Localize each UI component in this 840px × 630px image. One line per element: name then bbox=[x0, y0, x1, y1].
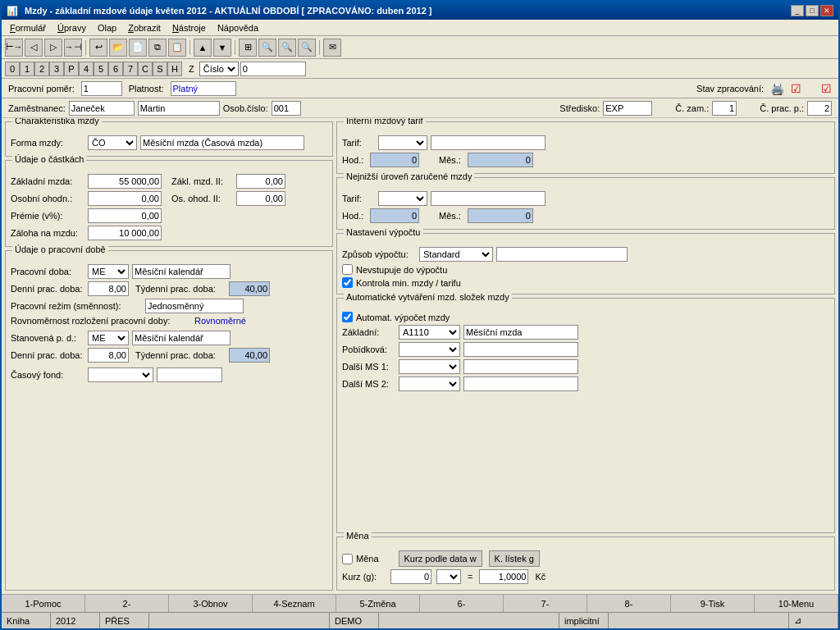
dalsi-ms1-text[interactable] bbox=[463, 359, 578, 374]
dalsi-ms2-text[interactable] bbox=[463, 377, 578, 391]
tarif-text-input[interactable] bbox=[431, 135, 546, 150]
menu-upravy[interactable]: Úpravy bbox=[52, 22, 91, 34]
f1-pomoc[interactable]: 1-Pomoc bbox=[2, 595, 85, 612]
toolbar-email[interactable]: ✉ bbox=[323, 39, 341, 57]
nevstupuje-checkbox[interactable] bbox=[342, 264, 353, 275]
f6[interactable]: 6- bbox=[420, 595, 504, 612]
kurz-result-input[interactable] bbox=[479, 569, 528, 584]
osobni-ohod-input[interactable] bbox=[88, 191, 162, 206]
stanovena-text[interactable] bbox=[132, 331, 231, 345]
pracovni-doba-select[interactable]: ME bbox=[88, 264, 129, 279]
zpusob-select[interactable]: Standard bbox=[419, 247, 493, 262]
kurz-data-btn[interactable]: Kurz podle data w bbox=[399, 550, 482, 567]
mena-checkbox[interactable] bbox=[342, 554, 353, 564]
nav-btn-1[interactable]: 1 bbox=[20, 62, 34, 76]
tydenni-prac2-input[interactable] bbox=[229, 348, 270, 363]
f5-zmena[interactable]: 5-Změna bbox=[336, 595, 420, 612]
nejnizsi-hod-input[interactable] bbox=[370, 208, 419, 223]
tarif-select[interactable] bbox=[378, 135, 427, 150]
jmeno-input[interactable] bbox=[138, 101, 220, 116]
toolbar-btn-1[interactable]: ⊢→ bbox=[5, 39, 23, 57]
toolbar-btn-3[interactable]: ▷ bbox=[44, 39, 62, 57]
pracovni-doba-text[interactable] bbox=[132, 264, 231, 279]
zakladni-ms-text[interactable] bbox=[463, 325, 578, 340]
tydenni-prac-input[interactable] bbox=[229, 281, 270, 296]
dalsi-ms1-select[interactable] bbox=[399, 359, 460, 374]
nejnizsi-tarif-text[interactable] bbox=[431, 191, 546, 206]
nav-btn-6[interactable]: 6 bbox=[108, 62, 123, 76]
denni-prac2-input[interactable] bbox=[88, 348, 129, 363]
toolbar-search1[interactable]: 🔍 bbox=[258, 39, 276, 57]
menu-zobrazit[interactable]: Zobrazit bbox=[123, 22, 166, 34]
maximize-button[interactable]: □ bbox=[806, 5, 819, 16]
nav-btn-0[interactable]: 0 bbox=[5, 62, 20, 76]
nav-btn-h[interactable]: H bbox=[167, 62, 182, 76]
tarif-hod-input[interactable] bbox=[370, 153, 419, 167]
f8[interactable]: 8- bbox=[587, 595, 671, 612]
platnost-input[interactable] bbox=[171, 81, 236, 96]
c-zam-input[interactable] bbox=[712, 101, 737, 116]
f10-menu[interactable]: 10-Menu bbox=[755, 595, 838, 612]
casovy-fond-input[interactable] bbox=[157, 368, 222, 382]
zaloha-input[interactable] bbox=[88, 226, 162, 240]
nav-btn-c[interactable]: C bbox=[138, 62, 153, 76]
close-button[interactable]: ✕ bbox=[820, 5, 833, 16]
forma-mzdy-text[interactable] bbox=[140, 135, 304, 150]
c-prac-p-input[interactable] bbox=[807, 101, 832, 116]
automat-checkbox[interactable] bbox=[342, 312, 353, 322]
nav-btn-7[interactable]: 7 bbox=[123, 62, 138, 76]
pracovni-rezim-input[interactable] bbox=[145, 299, 244, 313]
nav-btn-s[interactable]: S bbox=[153, 62, 167, 76]
k-listek-btn[interactable]: K. lístek g bbox=[489, 550, 540, 567]
toolbar-new[interactable]: 📄 bbox=[129, 39, 147, 57]
toolbar-btn-4[interactable]: →⊣ bbox=[64, 39, 82, 57]
zakladni-mzda-input[interactable] bbox=[88, 174, 162, 189]
toolbar-btn-2[interactable]: ◁ bbox=[25, 39, 43, 57]
premie-input[interactable] bbox=[88, 208, 162, 223]
zakladni-ms-select[interactable]: A1110 bbox=[399, 325, 460, 340]
nav-btn-3[interactable]: 3 bbox=[49, 62, 64, 76]
os-ohod-II-input[interactable] bbox=[236, 191, 285, 206]
toolbar-filter[interactable]: ⊞ bbox=[239, 39, 257, 57]
minimize-button[interactable]: _ bbox=[791, 5, 804, 16]
nav-number-input[interactable]: 0 bbox=[240, 62, 306, 76]
stredisko-input[interactable] bbox=[603, 101, 652, 116]
toolbar-search3[interactable]: 🔍 bbox=[298, 39, 316, 57]
pobidkova-ms-text[interactable] bbox=[463, 342, 578, 357]
casovy-fond-select[interactable] bbox=[88, 368, 153, 382]
pobidkova-ms-select[interactable] bbox=[399, 342, 460, 357]
nav-btn-p[interactable]: P bbox=[64, 62, 79, 76]
forma-mzdy-select[interactable]: ČO bbox=[88, 135, 137, 150]
denni-prac-input[interactable] bbox=[88, 281, 129, 296]
toolbar-search2[interactable]: 🔍 bbox=[278, 39, 296, 57]
toolbar-undo[interactable]: ↩ bbox=[89, 39, 107, 57]
zakl-mzd-II-input[interactable] bbox=[236, 174, 285, 189]
f2[interactable]: 2- bbox=[85, 595, 169, 612]
dalsi-ms2-select[interactable] bbox=[399, 377, 460, 391]
kontrola-checkbox[interactable] bbox=[342, 277, 353, 288]
nav-btn-5[interactable]: 5 bbox=[94, 62, 108, 76]
toolbar-up[interactable]: ▲ bbox=[194, 39, 212, 57]
nejnizsi-tarif-select[interactable] bbox=[378, 191, 427, 206]
kurz-select[interactable] bbox=[436, 569, 461, 584]
menu-nastroje[interactable]: Nástroje bbox=[167, 22, 211, 34]
f9-tisk[interactable]: 9-Tisk bbox=[671, 595, 755, 612]
nav-btn-4[interactable]: 4 bbox=[79, 62, 94, 76]
toolbar-open[interactable]: 📂 bbox=[109, 39, 127, 57]
pracovni-pomer-input[interactable] bbox=[81, 81, 122, 96]
toolbar-down[interactable]: ▼ bbox=[213, 39, 231, 57]
toolbar-paste[interactable]: 📋 bbox=[168, 39, 186, 57]
f4-seznam[interactable]: 4-Seznam bbox=[253, 595, 336, 612]
stanovena-select[interactable]: ME bbox=[88, 331, 129, 345]
menu-napoveda[interactable]: Nápověda bbox=[212, 22, 263, 34]
menu-formulare[interactable]: Formulář bbox=[5, 22, 51, 34]
prijmeni-input[interactable] bbox=[69, 101, 135, 116]
nav-select[interactable]: Číslo bbox=[199, 62, 239, 76]
toolbar-copy[interactable]: ⧉ bbox=[148, 39, 167, 57]
tarif-mes-input[interactable] bbox=[468, 153, 533, 167]
zpusob-extra-input[interactable] bbox=[496, 247, 628, 262]
kurz-input[interactable] bbox=[390, 569, 431, 584]
nejnizsi-mes-input[interactable] bbox=[468, 208, 533, 223]
osob-cislo-input[interactable] bbox=[272, 101, 301, 116]
menu-olap[interactable]: Olap bbox=[93, 22, 121, 34]
